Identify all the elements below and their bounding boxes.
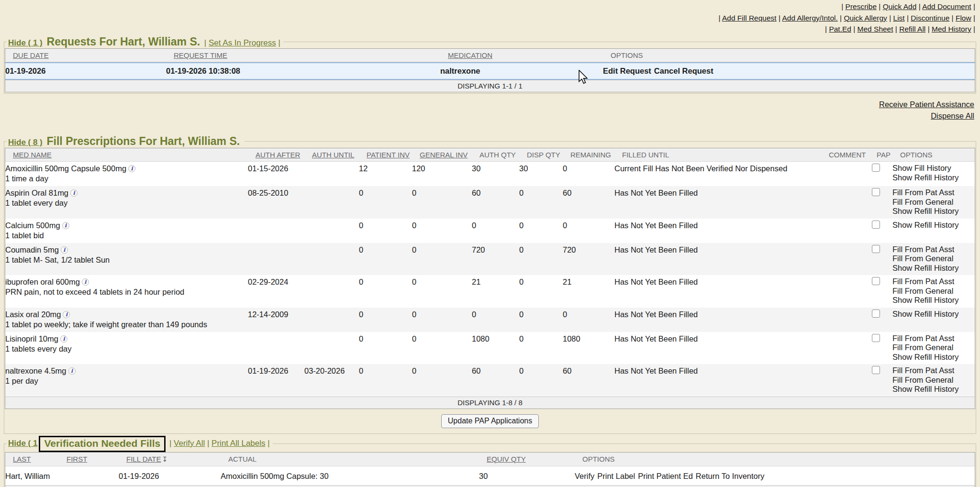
verification-hide-link[interactable]: Hide ( 1 [8, 439, 37, 448]
pap-checkbox[interactable] [872, 310, 880, 318]
nav-link-quick-add[interactable]: Quick Add [883, 2, 917, 11]
nav-link-med-sheet[interactable]: Med Sheet [858, 25, 893, 33]
pap-checkbox[interactable] [872, 366, 880, 374]
separator: | [266, 439, 270, 448]
fills-hide-link[interactable]: Hide ( 8 ) [8, 138, 43, 147]
filled-until-cell: Has Not Yet Been Filled [614, 221, 821, 230]
column-header-actual: ACTUAL [228, 453, 487, 465]
column-header-medication[interactable]: MEDICATION [448, 49, 611, 62]
general-inv-cell: 0 [412, 334, 472, 343]
options-cell: Fill From Pat AsstFill From GeneralShow … [892, 366, 975, 394]
receive-patient-assistance-link[interactable]: Receive Patient Assistance [0, 99, 974, 110]
option-link-show-refill-history[interactable]: Show Refill History [892, 173, 975, 183]
option-link-print-patient-ed[interactable]: Print Patient Ed [638, 472, 693, 480]
nav-link-refill-all[interactable]: Refill All [899, 25, 925, 33]
info-icon[interactable]: i [60, 335, 67, 343]
option-link-show-refill-history[interactable]: Show Refill History [892, 353, 975, 362]
nav-link-quick-allergy[interactable]: Quick Allergy [844, 14, 887, 22]
option-link-fill-from-general[interactable]: Fill From General [892, 376, 975, 385]
info-icon[interactable]: i [61, 246, 68, 254]
nav-link-discontinue[interactable]: Discontinue [911, 14, 949, 22]
column-header-general-inv[interactable]: GENERAL INV [420, 148, 479, 161]
requests-hide-link[interactable]: Hide ( 1 ) [8, 38, 43, 47]
nav-link-pat-ed[interactable]: Pat.Ed [829, 25, 851, 33]
auth-until-cell: 03-20-2026 [304, 366, 359, 376]
option-link-fill-from-pat-asst[interactable]: Fill From Pat Asst [892, 188, 975, 198]
request-row[interactable]: 01-19-202601-19-2026 10:38:08naltrexoneE… [5, 62, 975, 80]
column-header-med-name[interactable]: MED NAME [13, 148, 256, 161]
request-time-cell: 01-19-2026 10:38:08 [166, 66, 440, 76]
nav-link-add-allergy-intol[interactable]: Add Allergy/Intol. [782, 14, 837, 22]
last-name-cell: Hart, William [5, 471, 59, 481]
pap-checkbox[interactable] [872, 334, 880, 342]
column-header-equiv-qty[interactable]: EQUIV QTY [487, 453, 582, 465]
top-nav-line-2: | Add Fill Request | Add Allergy/Intol. … [718, 12, 975, 24]
column-header-options: OPTIONS [900, 148, 975, 161]
info-icon[interactable]: i [62, 222, 69, 229]
option-link-verify[interactable]: Verify [575, 472, 594, 480]
separator: | [916, 2, 922, 11]
patient-inv-cell: 0 [359, 221, 412, 230]
option-link-fill-from-pat-asst[interactable]: Fill From Pat Asst [892, 366, 975, 376]
action-link-verify-all[interactable]: Verify All [174, 439, 205, 448]
patient-inv-cell: 0 [359, 188, 412, 198]
nav-link-list[interactable]: List [893, 14, 905, 22]
option-link-show-fill-history[interactable]: Show Fill History [892, 164, 975, 173]
option-link-cancel-request[interactable]: Cancel Request [654, 66, 713, 75]
option-link-show-refill-history[interactable]: Show Refill History [892, 310, 975, 319]
column-header-first[interactable]: FIRST [67, 453, 126, 465]
update-pap-applications-button[interactable]: Update PAP Applications [441, 414, 539, 428]
separator: | [971, 2, 975, 11]
column-header-auth-after[interactable]: AUTH AFTER [256, 148, 312, 161]
auth-qty-cell: 720 [472, 245, 519, 255]
separator: | [887, 14, 893, 22]
column-header-label: DUE DATE [13, 51, 49, 59]
option-link-fill-from-general[interactable]: Fill From General [892, 287, 975, 296]
info-icon[interactable]: i [63, 311, 70, 318]
option-link-fill-from-pat-asst[interactable]: Fill From Pat Asst [892, 334, 975, 343]
option-link-show-refill-history[interactable]: Show Refill History [892, 264, 975, 273]
remaining-cell: 60 [563, 366, 614, 376]
option-link-print-label[interactable]: Print Label [597, 472, 635, 480]
option-link-show-refill-history[interactable]: Show Refill History [892, 385, 975, 394]
pap-checkbox[interactable] [872, 277, 880, 285]
dispense-all-link[interactable]: Dispense All [0, 110, 974, 122]
remaining-cell: 60 [563, 188, 614, 198]
option-link-fill-from-pat-asst[interactable]: Fill From Pat Asst [892, 277, 975, 287]
column-header-patient-inv[interactable]: PATIENT INV [367, 148, 420, 161]
column-header-filled-until: FILLED UNTIL [622, 148, 829, 161]
disp-qty-cell: 30 [519, 164, 563, 173]
info-icon[interactable]: i [68, 367, 76, 375]
nav-link-add-document[interactable]: Add Document [922, 2, 971, 11]
option-link-show-refill-history[interactable]: Show Refill History [892, 207, 975, 216]
info-icon[interactable]: i [128, 165, 135, 172]
nav-link-flow[interactable]: Flow [956, 14, 971, 22]
pap-checkbox[interactable] [872, 188, 880, 196]
option-link-show-refill-history[interactable]: Show Refill History [892, 296, 975, 305]
info-icon[interactable]: i [70, 189, 78, 197]
nav-link-med-history[interactable]: Med History [932, 25, 971, 33]
separator: | [169, 439, 174, 448]
nav-link-prescribe[interactable]: Prescribe [846, 2, 877, 11]
pap-checkbox[interactable] [872, 245, 880, 253]
option-link-edit-request[interactable]: Edit Request [603, 66, 651, 75]
option-link-fill-from-general[interactable]: Fill From General [892, 198, 975, 207]
info-icon[interactable]: i [82, 278, 89, 286]
option-link-return-to-inventory[interactable]: Return To Inventory [696, 472, 765, 480]
column-header-last[interactable]: LAST [13, 453, 67, 465]
option-link-fill-from-pat-asst[interactable]: Fill From Pat Asst [892, 245, 975, 255]
pap-checkbox[interactable] [872, 221, 880, 229]
option-link-fill-from-general[interactable]: Fill From General [892, 254, 975, 264]
column-header-request-time[interactable]: REQUEST TIME [174, 49, 448, 62]
column-header-auth-until[interactable]: AUTH UNTIL [312, 148, 367, 161]
column-header-fill-date[interactable]: FILL DATE↧ [126, 453, 228, 466]
option-link-show-refill-history[interactable]: Show Refill History [892, 221, 975, 230]
action-link-set-as-in-progress[interactable]: Set As In Progress [209, 38, 276, 47]
option-link-fill-from-general[interactable]: Fill From General [892, 343, 975, 353]
column-header-due-date[interactable]: DUE DATE [13, 49, 174, 62]
fill-row: Coumadin 5mgi1 tablet M- Sat, 1/2 tablet… [5, 243, 975, 276]
pap-checkbox[interactable] [872, 164, 880, 172]
remaining-cell: 720 [563, 245, 614, 255]
nav-link-add-fill-request[interactable]: Add Fill Request [722, 14, 777, 22]
action-link-print-all-labels[interactable]: Print All Labels [212, 439, 265, 448]
